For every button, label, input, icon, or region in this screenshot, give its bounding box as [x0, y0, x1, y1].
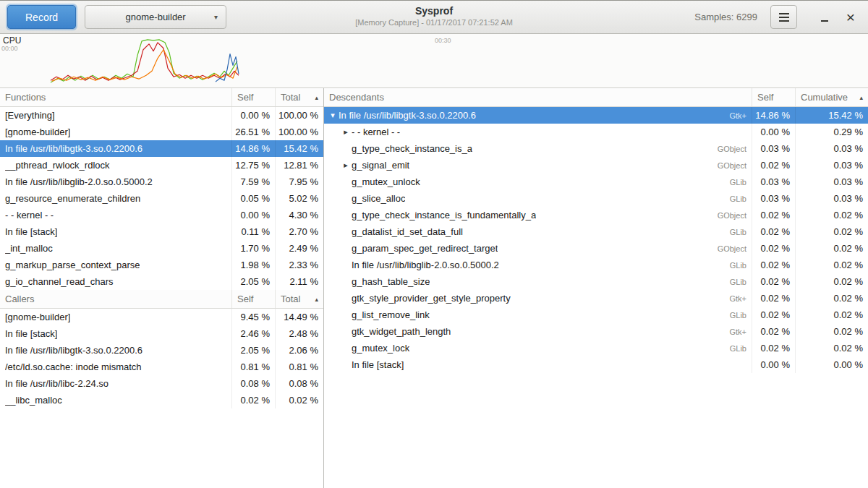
table-row[interactable]: gtk_style_provider_get_style_propertyGtk…	[324, 290, 868, 307]
row-name-cell: g_markup_parse_context_parse	[0, 257, 232, 273]
column-header-total[interactable]: Total▴	[276, 88, 323, 106]
table-row[interactable]: [Everything]0.00 %100.00 %	[0, 107, 323, 124]
cumulative-value: 0.02 %	[796, 307, 868, 323]
row-name-cell: In file [stack]	[0, 325, 232, 342]
row-name-cell: gtk_widget_path_length	[324, 323, 702, 340]
table-row[interactable]: g_io_channel_read_chars2.05 %2.11 %	[0, 273, 323, 290]
table-row[interactable]: g_type_check_instance_is_aGObject0.03 %0…	[324, 140, 868, 157]
row-label: [gnome-builder]	[5, 312, 70, 322]
table-row[interactable]: g_param_spec_get_redirect_targetGObject0…	[324, 240, 868, 257]
cumulative-value: 0.03 %	[796, 174, 868, 190]
cumulative-value: 0.02 %	[796, 273, 868, 290]
row-label: g_signal_emit	[352, 160, 409, 171]
table-row[interactable]: In file /usr/lib/libgtk-3.so.0.2200.62.0…	[0, 342, 323, 359]
table-row[interactable]: gtk_widget_path_lengthGtk+0.02 %0.02 %	[324, 323, 868, 340]
row-name-cell: In file [stack]	[0, 223, 232, 240]
menu-button[interactable]	[770, 5, 797, 29]
title-block: Sysprof [Memory Capture] - 01/17/2017 07…	[231, 5, 637, 27]
table-row[interactable]: g_datalist_id_set_data_fullGLib0.02 %0.0…	[324, 223, 868, 240]
table-row[interactable]: g_mutex_lockGLib0.02 %0.02 %	[324, 340, 868, 356]
total-value: 14.49 %	[276, 309, 323, 325]
table-row[interactable]: g_slice_allocGLib0.03 %0.03 %	[324, 190, 868, 207]
row-name-cell: g_list_remove_link	[324, 307, 702, 323]
row-label: g_type_check_instance_is_a	[352, 143, 472, 154]
self-value: 0.02 %	[752, 340, 796, 356]
row-name-cell: /etc/ld.so.cache: inode mismatch	[0, 359, 232, 375]
self-value: 0.02 %	[752, 207, 796, 223]
samples-count: Samples: 6299	[694, 12, 757, 22]
column-header-self[interactable]: Self	[752, 88, 796, 106]
row-name-cell: In file /usr/lib/libgtk-3.so.0.2200.6	[0, 140, 232, 157]
column-header-callers[interactable]: Callers	[0, 290, 232, 308]
table-row[interactable]: ▾In file /usr/lib/libgtk-3.so.0.2200.6Gt…	[324, 107, 868, 124]
cumulative-value: 0.02 %	[796, 340, 868, 356]
self-value: 9.45 %	[232, 309, 276, 325]
row-name-cell: g_type_check_instance_is_a	[324, 140, 702, 157]
column-header-descendants[interactable]: Descendants	[324, 88, 752, 106]
row-label: In file [stack]	[352, 359, 404, 370]
category-label: GLib	[702, 340, 752, 356]
total-value: 15.42 %	[276, 140, 323, 157]
column-header-self[interactable]: Self	[232, 290, 276, 308]
row-label: - - kernel - -	[352, 127, 400, 137]
record-button[interactable]: Record	[7, 5, 76, 29]
row-name-cell: g_mutex_lock	[324, 340, 702, 356]
table-row[interactable]: g_mutex_unlockGLib0.03 %0.03 %	[324, 174, 868, 190]
row-name-cell: In file [stack]	[324, 356, 702, 373]
process-selector[interactable]: gnome-builder ▾	[85, 5, 226, 29]
column-label: Total	[281, 294, 300, 304]
row-name-cell: ▾In file /usr/lib/libgtk-3.so.0.2200.6	[324, 107, 702, 124]
self-value: 12.75 %	[232, 157, 276, 174]
row-label: In file /usr/lib/libc-2.24.so	[5, 378, 109, 389]
row-label: In file [stack]	[5, 226, 57, 237]
expander-closed-icon[interactable]: ▸	[340, 127, 352, 137]
column-header-total[interactable]: Total▴	[276, 290, 323, 308]
table-row[interactable]: In file /usr/lib/libglib-2.0.so.0.5000.2…	[0, 174, 323, 190]
cpu-graph-label: CPU	[3, 35, 21, 46]
expander-open-icon[interactable]: ▾	[327, 111, 339, 120]
table-row[interactable]: _int_malloc1.70 %2.49 %	[0, 240, 323, 257]
table-row[interactable]: ▸g_signal_emitGObject0.02 %0.03 %	[324, 157, 868, 174]
total-value: 100.00 %	[276, 107, 323, 124]
self-value: 0.00 %	[232, 107, 276, 124]
row-label: In file /usr/lib/libglib-2.0.so.0.5000.2	[5, 176, 153, 187]
table-row[interactable]: g_resource_enumerate_children0.05 %5.02 …	[0, 190, 323, 207]
cpu-graph-area[interactable]: CPU 00:00 00:30	[0, 34, 868, 88]
close-button[interactable]: ×	[841, 7, 861, 27]
row-label: g_slice_alloc	[352, 193, 405, 204]
row-name-cell: [gnome-builder]	[0, 124, 232, 140]
table-row[interactable]: g_list_remove_linkGLib0.02 %0.02 %	[324, 307, 868, 323]
table-row[interactable]: __pthread_rwlock_rdlock12.75 %12.81 %	[0, 157, 323, 174]
cumulative-value: 0.00 %	[796, 356, 868, 373]
table-row[interactable]: In file [stack]0.00 %0.00 %	[324, 356, 868, 373]
process-selector-label: gnome-builder	[126, 12, 186, 22]
table-row[interactable]: In file /usr/lib/libc-2.24.so0.08 %0.08 …	[0, 375, 323, 392]
table-row[interactable]: - - kernel - -0.00 %4.30 %	[0, 207, 323, 223]
table-row[interactable]: In file [stack]2.46 %2.48 %	[0, 325, 323, 342]
window-subtitle: [Memory Capture] - 01/17/2017 07:21:52 A…	[231, 18, 637, 27]
table-row[interactable]: __libc_malloc0.02 %0.02 %	[0, 392, 323, 408]
row-label: - - kernel - -	[5, 210, 54, 221]
table-row[interactable]: g_type_check_instance_is_fundamentally_a…	[324, 207, 868, 223]
table-row[interactable]: /etc/ld.so.cache: inode mismatch0.81 %0.…	[0, 359, 323, 375]
table-row[interactable]: In file /usr/lib/libglib-2.0.so.0.5000.2…	[324, 257, 868, 273]
row-name-cell: In file /usr/lib/libglib-2.0.so.0.5000.2	[324, 257, 702, 273]
minimize-button[interactable]	[814, 7, 835, 27]
column-header-functions[interactable]: Functions	[0, 88, 232, 106]
column-header-cumulative[interactable]: Cumulative▴	[796, 88, 868, 106]
self-value: 0.02 %	[752, 323, 796, 340]
table-row[interactable]: g_hash_table_sizeGLib0.02 %0.02 %	[324, 273, 868, 290]
row-name-cell: In file /usr/lib/libc-2.24.so	[0, 375, 232, 392]
cumulative-value: 0.02 %	[796, 323, 868, 340]
table-row[interactable]: ▸- - kernel - -0.00 %0.29 %	[324, 124, 868, 140]
table-row[interactable]: [gnome-builder]9.45 %14.49 %	[0, 309, 323, 325]
table-row[interactable]: g_markup_parse_context_parse1.98 %2.33 %	[0, 257, 323, 273]
table-row[interactable]: [gnome-builder]26.51 %100.00 %	[0, 124, 323, 140]
category-label: Gtk+	[702, 290, 752, 307]
table-row[interactable]: In file [stack]0.11 %2.70 %	[0, 223, 323, 240]
expander-closed-icon[interactable]: ▸	[340, 160, 352, 170]
self-value: 14.86 %	[232, 140, 276, 157]
column-header-self[interactable]: Self	[232, 88, 276, 106]
self-value: 0.02 %	[752, 257, 796, 273]
table-row[interactable]: In file /usr/lib/libgtk-3.so.0.2200.614.…	[0, 140, 323, 157]
